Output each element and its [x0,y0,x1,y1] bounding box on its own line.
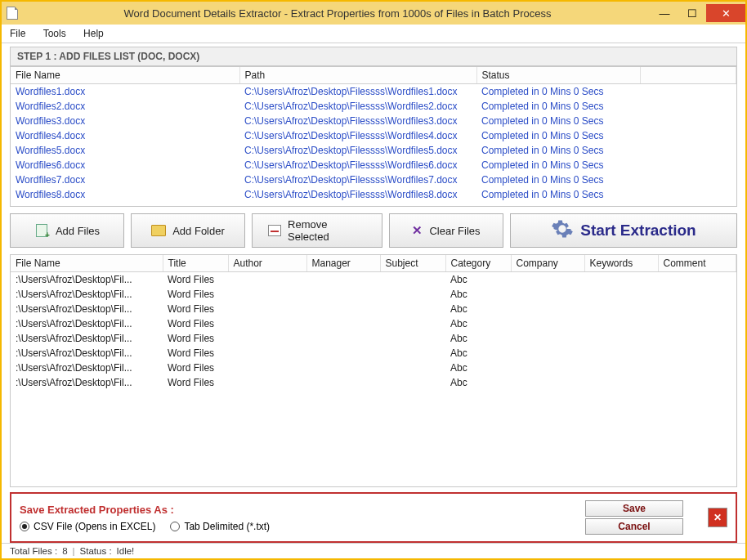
col2-company[interactable]: Company [511,255,584,272]
cell-keywords [584,346,658,361]
add-file-icon [34,223,49,238]
cell-comment [658,302,736,316]
minimize-button[interactable]: — [651,4,678,22]
cell-title: Word Files [163,361,228,375]
table-row[interactable]: Wordfiles2.docxC:\Users\Afroz\Desktop\Fi… [11,99,736,114]
col2-author[interactable]: Author [228,255,306,272]
table-row[interactable]: :\Users\Afroz\Desktop\Fil...Word FilesAb… [11,302,736,316]
cell-category: Abc [445,316,511,331]
remove-icon [267,223,281,238]
cell-subject [380,287,445,302]
cell-filename: Wordfiles5.docx [11,143,239,158]
radio-tab-label: Tab Delimited (*.txt) [184,521,270,532]
cell-manager [306,361,380,375]
cell-path: C:\Users\Afroz\Desktop\Filessss\Wordfile… [239,99,476,114]
clear-files-button[interactable]: ✕ Clear Files [389,213,503,248]
table-row[interactable]: :\Users\Afroz\Desktop\Fil...Word FilesAb… [11,316,736,331]
cell-filename: Wordfiles4.docx [11,128,239,143]
menu-help[interactable]: Help [83,28,104,39]
cell-comment [658,375,736,390]
cell-path: C:\Users\Afroz\Desktop\Filessss\Wordfile… [239,143,476,158]
cell-manager [306,346,380,361]
col2-title[interactable]: Title [163,255,228,272]
add-files-button[interactable]: Add Files [10,213,124,248]
files-table: File Name Path Status Wordfiles1.docxC:\… [10,66,737,207]
col-path[interactable]: Path [239,67,476,84]
cell-category: Abc [445,361,511,375]
col2-subject[interactable]: Subject [380,255,445,272]
table-row[interactable]: Wordfiles5.docxC:\Users\Afroz\Desktop\Fi… [11,143,736,158]
cell-title: Word Files [163,272,228,288]
cell-title: Word Files [163,287,228,302]
col2-filename[interactable]: File Name [11,255,163,272]
step-header: STEP 1 : ADD FILES LIST (DOC, DOCX) [10,47,737,66]
col-spacer [640,67,736,84]
table-row[interactable]: :\Users\Afroz\Desktop\Fil...Word FilesAb… [11,346,736,361]
cell-category: Abc [445,272,511,288]
cell-filename: Wordfiles2.docx [11,99,239,114]
clear-files-label: Clear Files [429,225,480,237]
table-row[interactable]: :\Users\Afroz\Desktop\Fil...Word FilesAb… [11,331,736,346]
radio-csv[interactable]: CSV File (Opens in EXCEL) [20,521,155,532]
close-icon: ✕ [713,512,722,523]
table-row[interactable]: Wordfiles7.docxC:\Users\Afroz\Desktop\Fi… [11,172,736,187]
cell-status: Completed in 0 Mins 0 Secs [476,187,640,202]
table-row[interactable]: Wordfiles4.docxC:\Users\Afroz\Desktop\Fi… [11,128,736,143]
radio-icon [20,522,29,531]
table-row[interactable]: :\Users\Afroz\Desktop\Fil...Word FilesAb… [11,287,736,302]
save-button[interactable]: Save [585,500,683,517]
cell-status: Completed in 0 Mins 0 Secs [476,172,640,187]
cancel-button[interactable]: Cancel [585,518,683,535]
add-folder-button[interactable]: Add Folder [131,213,245,248]
cell-comment [658,272,736,288]
remove-selected-label: Remove Selected [288,218,367,243]
cell-filename: :\Users\Afroz\Desktop\Fil... [11,375,163,390]
table-row[interactable]: :\Users\Afroz\Desktop\Fil...Word FilesAb… [11,361,736,375]
cell-title: Word Files [163,346,228,361]
maximize-button[interactable]: ☐ [678,4,706,22]
cell-status: Completed in 0 Mins 0 Secs [476,84,640,100]
cell-path: C:\Users\Afroz\Desktop\Filessss\Wordfile… [239,114,476,128]
table-row[interactable]: Wordfiles3.docxC:\Users\Afroz\Desktop\Fi… [11,114,736,128]
cell-filename: Wordfiles6.docx [11,158,239,172]
cell-manager [306,302,380,316]
cell-status: Completed in 0 Mins 0 Secs [476,114,640,128]
close-panel-button[interactable]: ✕ [708,508,727,527]
cell-category: Abc [445,346,511,361]
window-buttons: — ☐ ✕ [651,4,745,22]
table-row[interactable]: Wordfiles6.docxC:\Users\Afroz\Desktop\Fi… [11,158,736,172]
cell-author [228,287,306,302]
radio-tab[interactable]: Tab Delimited (*.txt) [170,521,270,532]
table-row[interactable]: :\Users\Afroz\Desktop\Fil...Word FilesAb… [11,375,736,390]
start-extraction-button[interactable]: Start Extraction [510,213,737,248]
cell-author [228,302,306,316]
cell-keywords [584,272,658,288]
cell-company [511,302,584,316]
cell-manager [306,316,380,331]
col2-category[interactable]: Category [445,255,511,272]
cell-filename: Wordfiles8.docx [11,187,239,202]
menu-tools[interactable]: Tools [43,28,66,39]
radio-icon [170,522,180,531]
cell-subject [380,346,445,361]
col-filename[interactable]: File Name [11,67,239,84]
remove-selected-button[interactable]: Remove Selected [252,213,382,248]
cell-status: Completed in 0 Mins 0 Secs [476,99,640,114]
cell-spacer [640,114,736,128]
col2-manager[interactable]: Manager [306,255,380,272]
cell-category: Abc [445,302,511,316]
close-button[interactable]: ✕ [706,4,745,22]
col2-comment[interactable]: Comment [658,255,736,272]
cell-title: Word Files [163,302,228,316]
table-row[interactable]: Wordfiles1.docxC:\Users\Afroz\Desktop\Fi… [11,84,736,100]
cell-path: C:\Users\Afroz\Desktop\Filessss\Wordfile… [239,84,476,100]
cell-filename: :\Users\Afroz\Desktop\Fil... [11,302,163,316]
col-status[interactable]: Status [476,67,640,84]
col2-keywords[interactable]: Keywords [584,255,658,272]
start-extraction-label: Start Extraction [580,222,696,240]
menubar: File Tools Help [2,25,745,43]
table-row[interactable]: :\Users\Afroz\Desktop\Fil...Word FilesAb… [11,272,736,288]
menu-file[interactable]: File [10,28,25,39]
cell-spacer [640,172,736,187]
table-row[interactable]: Wordfiles8.docxC:\Users\Afroz\Desktop\Fi… [11,187,736,202]
